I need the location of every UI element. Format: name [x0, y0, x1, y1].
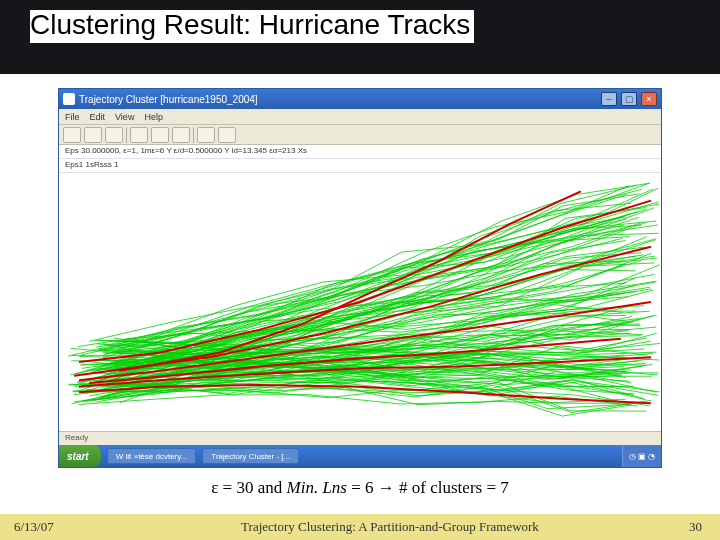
taskbar: start W ilt ×tèse dcvtery... Trajectory …	[59, 445, 661, 467]
footer: 6/13/07 Trajectory Clustering: A Partiti…	[0, 514, 720, 540]
footer-date: 6/13/07	[0, 519, 120, 535]
status-bar: Ready	[59, 431, 661, 445]
caption-text: Min. Lns	[287, 478, 347, 497]
taskbar-item[interactable]: Trajectory Cluster - [...	[202, 448, 299, 464]
tool-button[interactable]	[151, 127, 169, 143]
app-icon	[63, 93, 75, 105]
menu-item[interactable]: File	[65, 112, 80, 122]
menubar: File Edit View Help	[59, 109, 661, 125]
close-button[interactable]: ×	[641, 92, 657, 106]
menu-item[interactable]: Help	[144, 112, 163, 122]
tool-button[interactable]	[84, 127, 102, 143]
param-line-1: Eps 30.000000, ε=1, 1mε=6 Y ε/d=0.500000…	[59, 145, 661, 159]
plot-canvas	[59, 173, 661, 431]
tool-button[interactable]	[172, 127, 190, 143]
caption-text: ε =	[211, 478, 236, 497]
param-line-2: Eps1 1sRsss 1	[59, 159, 661, 173]
app-window: Trajectory Cluster [hurricane1950_2004] …	[58, 88, 662, 468]
slide-title: Clustering Result: Hurricane Tracks	[30, 10, 474, 43]
tool-button[interactable]	[218, 127, 236, 143]
toolbar-separator	[126, 127, 127, 143]
footer-title: Trajectory Clustering: A Partition-and-G…	[120, 519, 660, 535]
caption: ε = 30 and Min. Lns = 6 → # of clusters …	[0, 478, 720, 498]
tool-button[interactable]	[130, 127, 148, 143]
start-button[interactable]: start	[59, 445, 101, 467]
caption-text: # of clusters =	[399, 478, 500, 497]
title-band: Clustering Result: Hurricane Tracks	[0, 0, 720, 74]
caption-text: →	[374, 478, 400, 497]
window-titlebar: Trajectory Cluster [hurricane1950_2004] …	[59, 89, 661, 109]
tool-button[interactable]	[197, 127, 215, 143]
menu-item[interactable]: Edit	[90, 112, 106, 122]
caption-text: and	[253, 478, 286, 497]
taskbar-item[interactable]: W ilt ×tèse dcvtery...	[107, 448, 197, 464]
caption-text: =	[347, 478, 365, 497]
hurricane-tracks-plot	[59, 173, 661, 431]
caption-value: 30	[236, 478, 253, 497]
figure: Trajectory Cluster [hurricane1950_2004] …	[58, 88, 662, 468]
toolbar	[59, 125, 661, 145]
tool-button[interactable]	[63, 127, 81, 143]
window-title: Trajectory Cluster [hurricane1950_2004]	[79, 94, 258, 105]
maximize-button[interactable]: ▢	[621, 92, 637, 106]
minimize-button[interactable]: –	[601, 92, 617, 106]
caption-value: 7	[500, 478, 509, 497]
toolbar-separator	[193, 127, 194, 143]
tool-button[interactable]	[105, 127, 123, 143]
menu-item[interactable]: View	[115, 112, 134, 122]
page-number: 30	[660, 519, 720, 535]
caption-value: 6	[365, 478, 374, 497]
system-tray: ◷ ▣ ◔	[622, 445, 661, 467]
